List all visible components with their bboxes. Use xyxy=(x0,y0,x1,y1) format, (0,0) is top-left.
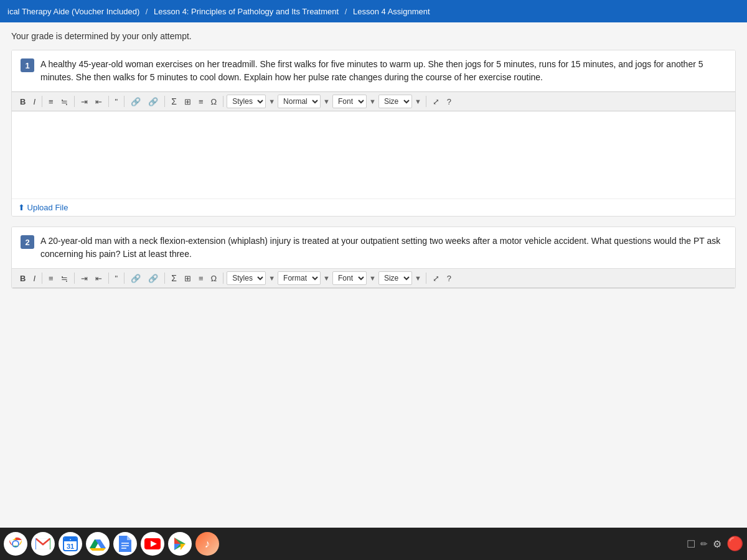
link-button-q1[interactable]: 🔗 xyxy=(128,96,144,108)
breadcrumb-part3[interactable]: Lesson 4 Assignment xyxy=(353,7,430,16)
question-2-number: 2 xyxy=(21,235,34,249)
font-select-q2[interactable]: Font xyxy=(332,271,367,285)
toolbar-divider-q2-5 xyxy=(164,273,165,284)
ordered-list-button-q1[interactable]: ≒ xyxy=(58,96,71,108)
size-select-q1[interactable]: Size xyxy=(378,95,412,108)
outdent-button-q2[interactable]: ⇤ xyxy=(92,273,105,284)
italic-button-q2[interactable]: I xyxy=(30,273,39,284)
list-button-q2[interactable]: ≡ xyxy=(45,273,57,284)
taskbar-pen-icon[interactable]: ✏ xyxy=(700,539,708,549)
italic-button-q1[interactable]: I xyxy=(30,96,39,108)
gmail-icon[interactable] xyxy=(31,532,55,556)
unlink-button-q2[interactable]: 🔗 xyxy=(145,273,161,284)
list-button-q1[interactable]: ≡ xyxy=(45,96,57,108)
bold-button-q1[interactable]: B xyxy=(17,96,29,108)
taskbar-notification-icon[interactable]: 🔴 xyxy=(726,536,743,552)
fullscreen-button-q1[interactable]: ⤢ xyxy=(430,96,443,108)
question-1-block: 1 A healthy 45-year-old woman exercises … xyxy=(11,50,736,217)
normal-select-q1[interactable]: Normal xyxy=(278,95,321,108)
styles-select-q1[interactable]: Styles xyxy=(227,95,266,108)
toolbar-divider-q2-7 xyxy=(426,273,426,284)
quote-button-q1[interactable]: " xyxy=(112,96,121,108)
breadcrumb-sep2: / xyxy=(345,7,347,16)
help-button-q1[interactable]: ? xyxy=(444,96,454,108)
editor-textarea-q1[interactable] xyxy=(12,111,735,198)
chrome-icon[interactable] xyxy=(4,532,27,556)
toolbar-divider-4 xyxy=(124,96,125,107)
taskbar: ▪ 31 xyxy=(0,528,747,560)
toolbar-divider-q2-4 xyxy=(124,273,125,284)
help-button-q2[interactable]: ? xyxy=(444,273,454,284)
drive-icon[interactable] xyxy=(86,532,110,556)
toolbar-divider-q2-2 xyxy=(74,273,75,284)
styles-select-q2[interactable]: Styles xyxy=(227,271,266,285)
taskbar-settings-icon[interactable]: ⚙ xyxy=(713,538,721,550)
editor-toolbar-q2: B I ≡ ≒ ⇥ ⇤ " 🔗 🔗 Σ ⊞ ≡ Ω Styles ▼ Forma… xyxy=(12,268,735,288)
question-2-block: 2 A 20-year-old man with a neck flexion-… xyxy=(11,226,736,289)
breadcrumb-part1[interactable]: ical Therapy Aide (Voucher Included) xyxy=(7,7,139,16)
calendar-icon[interactable]: ▪ 31 xyxy=(59,532,82,556)
size-select-q2[interactable]: Size xyxy=(378,271,412,285)
toolbar-divider-q2-6 xyxy=(223,273,223,284)
upload-link-q1[interactable]: ⬆ Upload File xyxy=(18,203,729,212)
unlink-button-q1[interactable]: 🔗 xyxy=(145,96,161,108)
indent-button-q1[interactable]: ⇥ xyxy=(78,96,91,108)
play-store-icon[interactable] xyxy=(168,532,192,556)
toolbar-divider-1 xyxy=(42,96,42,107)
align-button-q1[interactable]: ≡ xyxy=(195,96,207,108)
svg-point-2 xyxy=(13,541,18,546)
toolbar-divider-5 xyxy=(164,96,165,107)
question-1-number: 1 xyxy=(21,58,34,72)
fullscreen-button-q2[interactable]: ⤢ xyxy=(430,273,443,284)
omega-button-q2[interactable]: Ω xyxy=(207,273,220,284)
youtube-icon[interactable] xyxy=(141,532,164,556)
question-1-text: A healthy 45-year-old woman exercises on… xyxy=(40,58,726,84)
music-icon[interactable]: ♪ xyxy=(195,532,219,556)
toolbar-divider-q2-1 xyxy=(42,273,42,284)
grade-notice: Your grade is determined by your only at… xyxy=(11,31,736,41)
question-2-text: A 20-year-old man with a neck flexion-ex… xyxy=(40,235,726,261)
toolbar-divider-2 xyxy=(74,96,75,107)
indent-button-q2[interactable]: ⇥ xyxy=(78,273,91,284)
toolbar-divider-7 xyxy=(426,96,426,107)
link-button-q2[interactable]: 🔗 xyxy=(128,273,144,284)
toolbar-divider-3 xyxy=(108,96,109,107)
top-navigation: ical Therapy Aide (Voucher Included) / L… xyxy=(0,0,747,22)
question-2-header: 2 A 20-year-old man with a neck flexion-… xyxy=(12,227,735,268)
svg-marker-14 xyxy=(181,544,186,550)
main-content: Your grade is determined by your only at… xyxy=(0,22,747,528)
outdent-button-q1[interactable]: ⇤ xyxy=(92,96,105,108)
editor-toolbar-q1: B I ≡ ≒ ⇥ ⇤ " 🔗 🔗 Σ ⊞ ≡ Ω Styles ▼ Norma… xyxy=(12,91,735,111)
omega-button-q1[interactable]: Ω xyxy=(207,96,220,108)
bold-button-q2[interactable]: B xyxy=(17,273,29,284)
taskbar-notes-icon[interactable]: ☐ xyxy=(687,538,695,550)
format-select-q2[interactable]: Format xyxy=(278,271,321,285)
quote-button-q2[interactable]: " xyxy=(112,273,121,284)
table-button-q2[interactable]: ⊞ xyxy=(181,273,194,284)
align-button-q2[interactable]: ≡ xyxy=(195,273,207,284)
table-button-q1[interactable]: ⊞ xyxy=(181,96,194,108)
sigma-button-q2[interactable]: Σ xyxy=(168,272,180,284)
upload-area-q1: ⬆ Upload File xyxy=(12,198,735,216)
question-1-header: 1 A healthy 45-year-old woman exercises … xyxy=(12,50,735,91)
taskbar-right-area: ☐ ✏ ⚙ 🔴 xyxy=(687,536,743,552)
breadcrumb-sep1: / xyxy=(146,7,148,16)
toolbar-divider-6 xyxy=(223,96,223,107)
ordered-list-button-q2[interactable]: ≒ xyxy=(58,273,71,284)
docs-icon[interactable] xyxy=(113,532,137,556)
font-select-q1[interactable]: Font xyxy=(332,95,367,108)
breadcrumb-part2[interactable]: Lesson 4: Principles of Pathology and It… xyxy=(154,7,339,16)
toolbar-divider-q2-3 xyxy=(108,273,109,284)
sigma-button-q1[interactable]: Σ xyxy=(168,95,180,108)
breadcrumb: ical Therapy Aide (Voucher Included) / L… xyxy=(7,7,430,16)
